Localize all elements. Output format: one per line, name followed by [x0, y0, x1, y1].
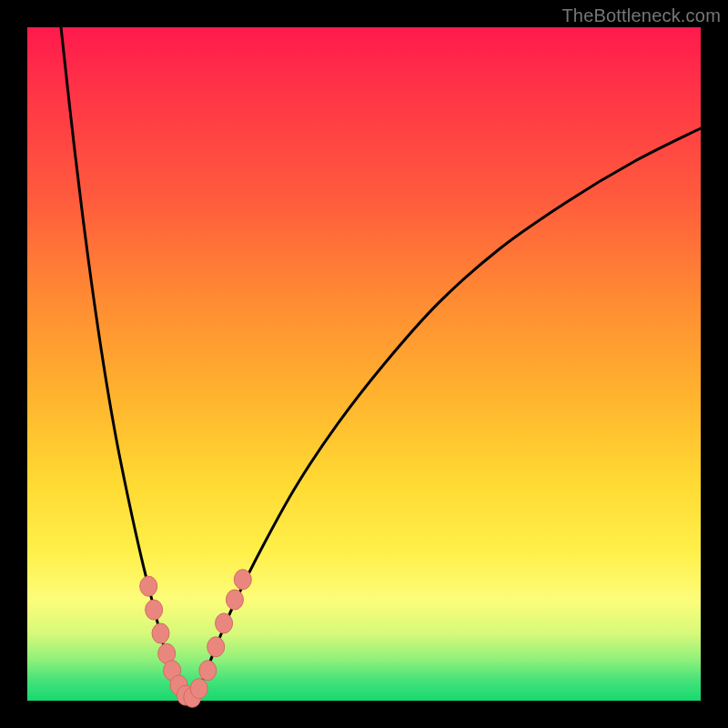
data-marker	[216, 613, 233, 633]
data-marker	[226, 590, 243, 610]
marker-group	[140, 570, 252, 708]
plot-area	[27, 27, 701, 701]
left-branch-curve	[61, 27, 189, 699]
data-marker	[140, 576, 157, 596]
chart-frame: TheBottleneck.com	[0, 0, 728, 728]
data-marker	[152, 623, 169, 643]
data-marker	[146, 600, 163, 620]
data-marker	[190, 679, 207, 699]
data-marker	[234, 570, 251, 590]
data-marker	[199, 661, 217, 681]
right-branch-curve	[189, 128, 701, 699]
data-marker	[207, 637, 225, 657]
curves-svg	[27, 27, 701, 701]
watermark-text: TheBottleneck.com	[561, 5, 721, 26]
